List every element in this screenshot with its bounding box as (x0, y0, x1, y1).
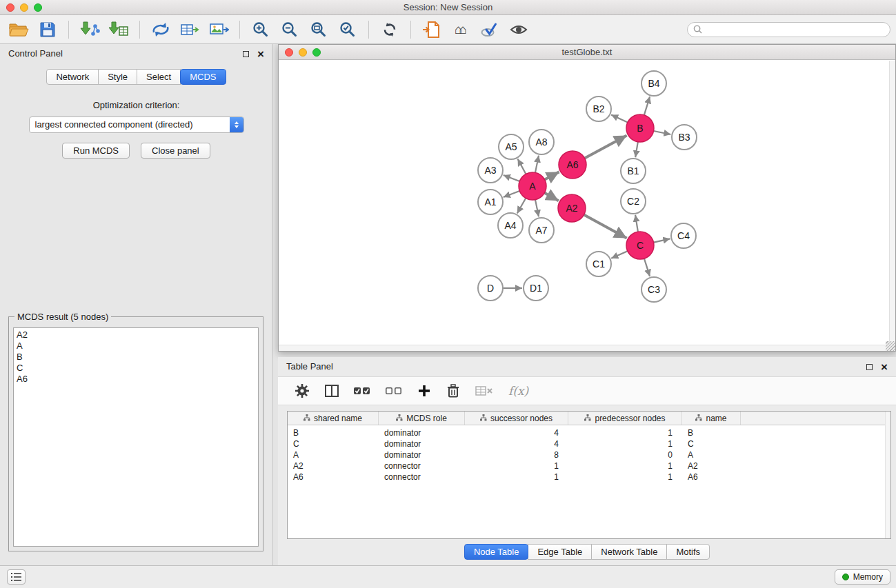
network-home-button[interactable]: ⌂⌂ (448, 18, 474, 41)
style-check-button[interactable] (477, 18, 503, 41)
minimize-window-button[interactable] (20, 3, 28, 12)
memory-button[interactable]: Memory (835, 569, 890, 585)
network-minimize-button[interactable] (299, 48, 307, 57)
graph-edge-A2-C[interactable] (584, 215, 627, 239)
network-canvas[interactable]: B4B2BB3A5A8A6B1A3AA1C2A2A4A7C4CC1C3DD1 (279, 61, 889, 345)
close-window-button[interactable] (6, 3, 14, 12)
column-header-predecessor-nodes[interactable]: predecessor nodes (568, 412, 682, 425)
tab-mcds[interactable]: MCDS (180, 69, 226, 85)
export-table-button[interactable] (177, 18, 203, 41)
mcds-result-item[interactable]: A (17, 341, 255, 352)
tab-network[interactable]: Network (46, 69, 99, 85)
graph-node-A4[interactable]: A4 (498, 213, 523, 238)
show-columns-button[interactable] (325, 384, 339, 398)
graph-node-D1[interactable]: D1 (524, 276, 548, 301)
network-graph[interactable]: B4B2BB3A5A8A6B1A3AA1C2A2A4A7C4CC1C3DD1 (279, 61, 889, 345)
network-horizontal-scrollbar[interactable] (279, 345, 889, 351)
graph-edge-A-A2[interactable] (544, 193, 558, 201)
export-image-button[interactable] (206, 18, 232, 41)
graph-edge-A6-B[interactable] (585, 135, 627, 158)
zoom-window-button[interactable] (34, 3, 42, 12)
zoom-in-button[interactable] (248, 18, 274, 41)
export-network-button[interactable] (148, 18, 174, 41)
task-history-button[interactable] (7, 569, 26, 585)
graph-node-A[interactable]: A (519, 172, 546, 200)
mcds-result-item[interactable]: B (17, 352, 255, 363)
document-import-button[interactable] (419, 18, 445, 41)
graph-node-A5[interactable]: A5 (499, 134, 524, 159)
network-window-titlebar[interactable]: testGlobe.txt (279, 45, 895, 60)
graph-node-B2[interactable]: B2 (586, 97, 611, 121)
graph-edge-A-A4[interactable] (517, 198, 526, 213)
graph-edge-B-B3[interactable] (654, 131, 671, 134)
refresh-layout-button[interactable] (377, 18, 403, 41)
table-row[interactable]: Cdominator41C (288, 438, 890, 449)
tab-select[interactable]: Select (137, 69, 181, 85)
graph-edge-C-C3[interactable] (644, 258, 650, 276)
column-header-MCDS-role[interactable]: MCDS role (379, 412, 465, 425)
graph-edge-B-B1[interactable] (635, 142, 638, 158)
tab-node-table[interactable]: Node Table (464, 544, 529, 560)
table-row[interactable]: Bdominator41B (288, 427, 890, 438)
graph-edge-C-C2[interactable] (635, 215, 638, 232)
graph-edge-A-A3[interactable] (504, 175, 520, 181)
close-table-panel-icon[interactable]: × (881, 361, 888, 373)
table-vertical-scrollbar[interactable] (885, 412, 890, 538)
table-row[interactable]: A2connector11A2 (288, 460, 890, 472)
open-session-button[interactable] (6, 18, 32, 41)
graph-edge-A-A8[interactable] (535, 156, 539, 173)
graph-node-C1[interactable]: C1 (586, 252, 611, 276)
search-field[interactable] (687, 22, 890, 37)
mcds-result-item[interactable]: A6 (17, 374, 255, 385)
graph-node-C2[interactable]: C2 (621, 189, 646, 214)
graph-edge-B-B4[interactable] (644, 97, 650, 115)
graph-edge-A-A6[interactable] (545, 172, 559, 179)
table-settings-button[interactable] (295, 383, 310, 398)
graph-edge-A-A7[interactable] (535, 200, 539, 217)
graph-node-A2[interactable]: A2 (558, 194, 586, 222)
table-row[interactable]: Adominator80A (288, 449, 890, 460)
delete-table-button[interactable] (475, 385, 493, 397)
column-header-successor-nodes[interactable]: successor nodes (465, 412, 568, 425)
graph-node-A8[interactable]: A8 (529, 130, 554, 154)
import-table-button[interactable] (106, 18, 132, 41)
graph-edge-A-A5[interactable] (518, 159, 526, 174)
graph-node-A3[interactable]: A3 (478, 158, 503, 183)
graph-edge-C-C4[interactable] (654, 239, 670, 242)
network-vertical-scrollbar[interactable] (889, 61, 895, 345)
graph-node-C4[interactable]: C4 (671, 223, 696, 248)
graph-node-B4[interactable]: B4 (641, 71, 666, 96)
run-mcds-button[interactable]: Run MCDS (62, 143, 130, 159)
delete-column-button[interactable] (446, 383, 460, 398)
graph-node-C3[interactable]: C3 (641, 277, 666, 302)
search-input[interactable] (706, 25, 884, 34)
deselect-all-rows-button[interactable] (386, 384, 402, 398)
network-resize-handle[interactable] (886, 341, 895, 351)
network-zoom-button[interactable] (312, 48, 321, 57)
graph-node-A7[interactable]: A7 (529, 218, 554, 243)
show-hide-button[interactable] (506, 18, 532, 41)
tab-network-table[interactable]: Network Table (591, 544, 667, 560)
graph-edge-B-B2[interactable] (611, 114, 628, 122)
graph-node-B[interactable]: B (626, 114, 654, 142)
graph-node-B3[interactable]: B3 (672, 125, 697, 150)
import-network-button[interactable] (77, 18, 103, 41)
graph-node-A1[interactable]: A1 (478, 190, 503, 214)
tab-edge-table[interactable]: Edge Table (528, 544, 592, 560)
mcds-result-item[interactable]: C (17, 363, 255, 374)
float-table-panel-icon[interactable] (866, 364, 873, 370)
graph-node-D[interactable]: D (478, 276, 503, 301)
zoom-out-button[interactable] (277, 18, 303, 41)
graph-edge-A-A1[interactable] (504, 191, 520, 197)
function-builder-button[interactable]: f(x) (508, 384, 528, 398)
tab-motifs[interactable]: Motifs (666, 544, 710, 560)
tab-style[interactable]: Style (98, 69, 137, 85)
graph-edge-C-C1[interactable] (611, 251, 628, 258)
save-session-button[interactable] (34, 18, 61, 41)
graph-node-B1[interactable]: B1 (621, 159, 646, 183)
graph-node-A6[interactable]: A6 (559, 151, 586, 179)
zoom-selected-button[interactable] (335, 18, 361, 41)
close-panel-icon[interactable]: × (257, 48, 264, 60)
graph-node-C[interactable]: C (626, 232, 654, 259)
zoom-fit-button[interactable] (306, 18, 332, 41)
